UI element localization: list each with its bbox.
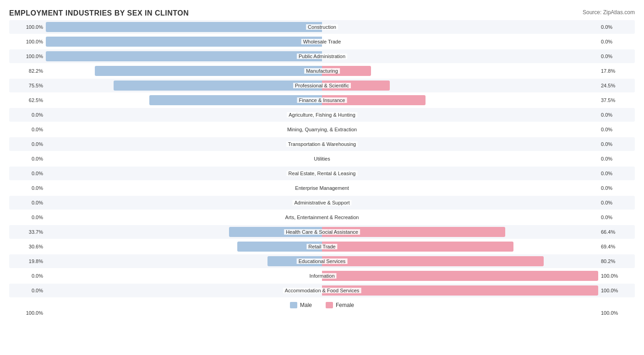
chart-container: 100.0%Construction0.0%100.0%Wholesale Tr…: [9, 20, 635, 297]
female-pct-label: 0.0%: [598, 171, 635, 176]
legend-female-label: Female: [336, 302, 354, 308]
legend-female: Female: [326, 302, 354, 308]
bar-row: 0.0%Information100.0%: [9, 269, 635, 283]
bar-row: 0.0%Enterprise Management0.0%: [9, 181, 635, 195]
bar-row: 0.0%Transportation & Warehousing0.0%: [9, 137, 635, 151]
male-pct-label: 0.0%: [9, 288, 46, 293]
bottom-labels: 100.0% 100.0%: [9, 310, 635, 316]
female-bar: [322, 81, 390, 91]
bars-area: Educational Services: [46, 254, 598, 268]
female-bar: [322, 285, 598, 296]
bars-area: Administrative & Support: [46, 196, 598, 210]
bars-area: Agriculture, Fishing & Hunting: [46, 108, 598, 122]
male-pct-label: 100.0%: [9, 54, 46, 59]
female-pct-label: 100.0%: [598, 288, 635, 293]
bars-area: Professional & Scientific: [46, 79, 598, 92]
bars-area: Mining, Quarrying, & Extraction: [46, 123, 598, 136]
legend-male: Male: [290, 302, 312, 308]
bars-area: Finance & Insurance: [46, 93, 598, 107]
female-pct-label: 0.0%: [598, 215, 635, 220]
legend-male-box: [290, 302, 297, 308]
male-pct-label: 0.0%: [9, 127, 46, 132]
male-bar: [46, 51, 322, 61]
male-bar: [267, 256, 322, 266]
bar-row: 100.0%Wholesale Trade0.0%: [9, 35, 635, 48]
bar-row: 82.2%Manufacturing17.8%: [9, 64, 635, 78]
male-pct-label: 0.0%: [9, 200, 46, 205]
bars-area: Public Administration: [46, 49, 598, 63]
male-pct-label: 75.5%: [9, 83, 46, 88]
male-pct-label: 82.2%: [9, 68, 46, 74]
bars-area: Construction: [46, 20, 598, 34]
male-pct-label: 0.0%: [9, 215, 46, 220]
bar-row: 0.0%Arts, Entertainment & Recreation0.0%: [9, 210, 635, 224]
female-pct-label: 17.8%: [598, 68, 635, 74]
male-pct-label: 0.0%: [9, 185, 46, 191]
female-pct-label: 80.2%: [598, 258, 635, 264]
male-pct-label: 62.5%: [9, 97, 46, 103]
male-bar: [149, 95, 322, 105]
bar-row: 100.0%Construction0.0%: [9, 20, 635, 34]
bar-row: 33.7%Health Care & Social Assistance66.4…: [9, 225, 635, 239]
bars-area: Real Estate, Rental & Leasing: [46, 167, 598, 180]
male-pct-label: 0.0%: [9, 156, 46, 161]
female-pct-label: 0.0%: [598, 39, 635, 44]
bars-area: Transportation & Warehousing: [46, 137, 598, 151]
female-pct-label: 0.0%: [598, 112, 635, 118]
bars-area: Enterprise Management: [46, 181, 598, 195]
bar-row: 30.6%Retail Trade69.4%: [9, 240, 635, 253]
female-bar: [322, 66, 371, 76]
bars-area: Utilities: [46, 152, 598, 166]
male-pct-label: 100.0%: [9, 39, 46, 44]
bar-row: 0.0%Utilities0.0%: [9, 152, 635, 166]
bar-row: 0.0%Real Estate, Rental & Leasing0.0%: [9, 167, 635, 180]
female-bar: [322, 271, 598, 281]
bar-row: 19.8%Educational Services80.2%: [9, 254, 635, 268]
female-bar: [322, 95, 426, 105]
female-bar: [322, 227, 505, 237]
female-bar: [322, 242, 513, 252]
legend: Male Female: [9, 302, 635, 308]
female-pct-label: 100.0%: [598, 273, 635, 279]
bar-row: 0.0%Administrative & Support0.0%: [9, 196, 635, 210]
bars-area: Retail Trade: [46, 240, 598, 253]
bars-area: Wholesale Trade: [46, 35, 598, 48]
male-pct-label: 30.6%: [9, 244, 46, 249]
female-pct-label: 0.0%: [598, 200, 635, 205]
male-bar: [229, 227, 322, 237]
female-pct-label: 0.0%: [598, 156, 635, 161]
male-pct-label: 0.0%: [9, 112, 46, 118]
bars-area: Arts, Entertainment & Recreation: [46, 210, 598, 224]
female-pct-label: 0.0%: [598, 54, 635, 59]
bottom-left-label: 100.0%: [9, 310, 46, 316]
female-pct-label: 37.5%: [598, 97, 635, 103]
female-pct-label: 24.5%: [598, 83, 635, 88]
male-bar: [237, 242, 322, 252]
bar-row: 0.0%Agriculture, Fishing & Hunting0.0%: [9, 108, 635, 122]
chart-title: EMPLOYMENT INDUSTRIES BY SEX IN CLINTON: [9, 9, 189, 17]
male-bar: [46, 37, 322, 47]
female-pct-label: 0.0%: [598, 127, 635, 132]
bars-area: Accommodation & Food Services: [46, 284, 598, 297]
legend-female-box: [326, 302, 333, 308]
female-bar: [322, 256, 544, 266]
bars-area: Health Care & Social Assistance: [46, 225, 598, 239]
page-wrapper: EMPLOYMENT INDUSTRIES BY SEX IN CLINTON …: [9, 9, 635, 316]
male-pct-label: 0.0%: [9, 273, 46, 279]
male-bar: [46, 22, 322, 32]
bar-row: 75.5%Professional & Scientific24.5%: [9, 79, 635, 92]
male-pct-label: 19.8%: [9, 258, 46, 264]
male-pct-label: 0.0%: [9, 141, 46, 147]
male-pct-label: 33.7%: [9, 229, 46, 235]
bars-area: Information: [46, 269, 598, 283]
bar-row: 0.0%Accommodation & Food Services100.0%: [9, 284, 635, 297]
male-bar: [95, 66, 322, 76]
female-pct-label: 66.4%: [598, 229, 635, 235]
male-pct-label: 100.0%: [9, 24, 46, 30]
female-pct-label: 0.0%: [598, 185, 635, 191]
female-pct-label: 69.4%: [598, 244, 635, 249]
bars-area: Manufacturing: [46, 64, 598, 78]
female-pct-label: 0.0%: [598, 141, 635, 147]
bottom-right-label: 100.0%: [598, 310, 635, 316]
male-bar: [114, 81, 322, 91]
